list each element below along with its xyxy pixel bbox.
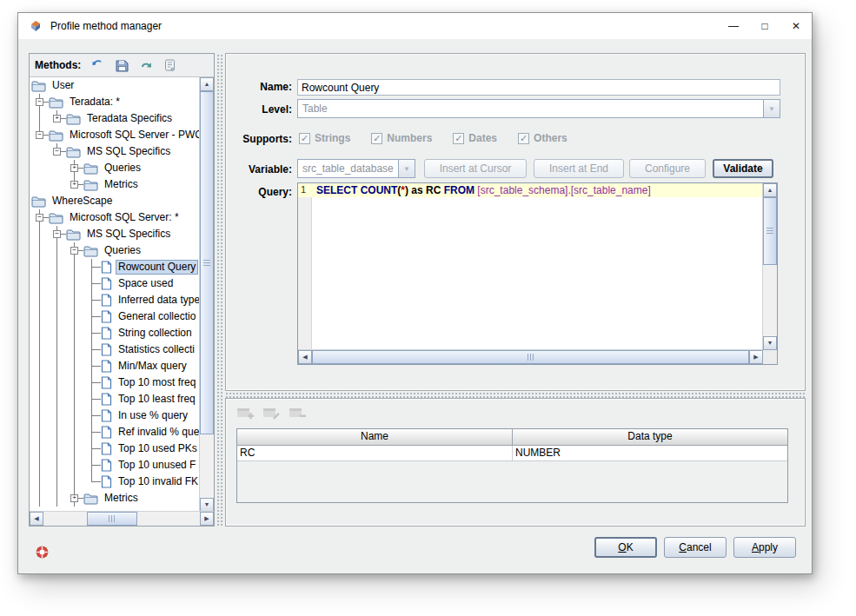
name-input[interactable]	[297, 79, 780, 96]
collapse-handle[interactable]: −	[36, 214, 43, 222]
checkbox[interactable]: ✓	[371, 133, 382, 144]
close-button[interactable]: ✕	[780, 13, 812, 39]
editor-horizontal-scrollbar[interactable]: ◀ ▶	[298, 349, 763, 364]
tree-item[interactable]: −Queries	[30, 242, 200, 259]
tree-item[interactable]: General collectio	[30, 308, 200, 325]
level-select[interactable]: Table ▼	[297, 99, 780, 118]
tree-vertical-scrollbar[interactable]: ▲ ▼	[199, 77, 214, 512]
maximize-button[interactable]: □	[749, 13, 780, 39]
tree-item[interactable]: −Microsoft SQL Server - PWG	[30, 127, 200, 143]
table-row[interactable]: RCNUMBER	[237, 446, 787, 461]
split-divider-horizontal[interactable]	[225, 392, 806, 398]
tree-item[interactable]: Top 10 most freq	[30, 374, 200, 391]
collapse-handle[interactable]: −	[70, 247, 78, 255]
insert-at-cursor-button[interactable]: Insert at Cursor	[424, 159, 527, 178]
scrollbar-thumb[interactable]	[312, 350, 749, 364]
scroll-down-button[interactable]: ▼	[763, 336, 777, 350]
column-header[interactable]: Name	[237, 429, 513, 445]
insert-at-end-button[interactable]: Insert at End	[534, 159, 624, 178]
scroll-right-button[interactable]: ▶	[749, 350, 763, 364]
tree-item[interactable]: Inferred data type	[30, 292, 200, 308]
ok-button[interactable]: OK	[594, 537, 657, 558]
tree-item[interactable]: User	[30, 77, 200, 94]
tree-item[interactable]: +Teradata Specifics	[30, 110, 200, 127]
remove-column-button[interactable]	[289, 407, 308, 421]
tree-item[interactable]: −Teradata: *	[30, 94, 200, 110]
tree-elbow	[83, 341, 101, 358]
checkbox[interactable]: ✓	[518, 133, 529, 144]
collapse-handle[interactable]: −	[36, 131, 43, 139]
tree-item[interactable]: Statistics collecti	[30, 341, 200, 358]
tree-item[interactable]: Top 10 unused F	[30, 457, 200, 474]
query-editor[interactable]: 1 SELECT COUNT(*) as RC FROM [src_table_…	[297, 182, 778, 365]
refresh-button[interactable]	[90, 57, 105, 73]
apply-button[interactable]: Apply	[733, 537, 796, 558]
tree-elbow	[83, 440, 101, 457]
scroll-up-button[interactable]: ▲	[200, 77, 214, 91]
scrollbar-thumb[interactable]	[87, 512, 137, 526]
cancel-button[interactable]: Cancel	[664, 537, 727, 558]
tree-item[interactable]: −MS SQL Specifics	[30, 143, 200, 160]
tree-elbow: −	[49, 143, 66, 160]
variable-select[interactable]: src_table_database ▼	[297, 159, 415, 178]
document-icon	[101, 442, 112, 455]
tree-item[interactable]: +Metrics	[30, 490, 200, 507]
checkbox[interactable]: ✓	[453, 133, 464, 144]
scroll-left-button[interactable]: ◀	[298, 350, 312, 364]
sql-token: [src_table_schema].[src_table_name]	[474, 184, 651, 196]
column-header[interactable]: Data type	[513, 429, 787, 445]
folder-icon	[83, 245, 98, 257]
expand-handle[interactable]: +	[70, 494, 78, 502]
edit-column-button[interactable]	[262, 407, 282, 421]
save-icon	[116, 59, 129, 72]
tree-item[interactable]: +Queries	[30, 160, 200, 176]
scrollbar-thumb[interactable]	[200, 91, 214, 434]
tree-elbow	[83, 325, 101, 341]
tree-guide	[31, 440, 49, 457]
validate-button[interactable]: Validate	[713, 159, 773, 178]
level-value: Table	[298, 103, 763, 115]
tree-item[interactable]: String collection	[30, 325, 200, 341]
tree-item[interactable]: WhereScape	[30, 193, 200, 209]
tree-item[interactable]: −MS SQL Specifics	[30, 226, 200, 242]
checkbox[interactable]: ✓	[299, 133, 310, 144]
tree-guide	[49, 259, 66, 275]
split-divider-vertical[interactable]	[216, 53, 224, 527]
expand-handle[interactable]: +	[53, 115, 61, 123]
tree-item[interactable]: Rowcount Query	[30, 259, 200, 275]
tree-guide	[31, 292, 49, 308]
configure-button[interactable]: Configure	[629, 159, 706, 178]
tree-item[interactable]: Min/Max query	[30, 358, 200, 374]
collapse-handle[interactable]: −	[53, 230, 61, 238]
expand-handle[interactable]: +	[70, 164, 78, 172]
tree-item-label: Top 10 used PKs	[116, 442, 200, 455]
undo-button[interactable]	[138, 57, 154, 73]
collapse-handle[interactable]: −	[53, 148, 61, 156]
scroll-left-button[interactable]: ◀	[30, 512, 43, 526]
tree-item[interactable]: Top 10 least freq	[30, 391, 200, 407]
tree-item[interactable]: Ref invalid % que	[30, 424, 200, 440]
titlebar[interactable]: Profile method manager — □ ✕	[18, 13, 812, 39]
save-button[interactable]	[114, 57, 129, 73]
tree-guide	[49, 275, 66, 292]
scroll-up-button[interactable]: ▲	[763, 183, 777, 197]
expand-handle[interactable]: +	[70, 181, 78, 189]
tree-item-label: String collection	[116, 327, 195, 340]
scrollbar-thumb[interactable]	[763, 197, 777, 265]
scroll-right-button[interactable]: ▶	[200, 512, 214, 526]
tree-item[interactable]: In use % query	[30, 407, 200, 424]
add-column-button[interactable]	[236, 407, 255, 421]
help-icon[interactable]	[34, 544, 50, 560]
script-button[interactable]	[163, 57, 178, 73]
editor-vertical-scrollbar[interactable]: ▲ ▼	[762, 183, 777, 350]
tree-item[interactable]: Top 10 invalid FK	[30, 474, 200, 490]
minimize-button[interactable]: —	[718, 13, 749, 39]
tree-item[interactable]: −Microsoft SQL Server: *	[30, 209, 200, 226]
tree-item[interactable]: +Metrics	[30, 176, 200, 193]
table-cell: NUMBER	[513, 446, 787, 460]
tree-horizontal-scrollbar[interactable]: ◀ ▶	[30, 511, 214, 526]
tree-item[interactable]: Top 10 used PKs	[30, 440, 200, 457]
collapse-handle[interactable]: −	[36, 98, 43, 106]
scroll-down-button[interactable]: ▼	[200, 498, 214, 512]
tree-item[interactable]: Space used	[30, 275, 200, 292]
